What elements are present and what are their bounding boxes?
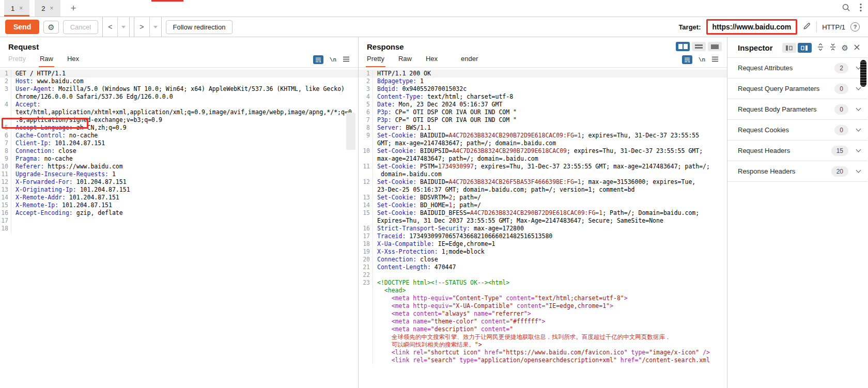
inspector-inline-view-button[interactable] [782,43,796,53]
follow-redirection-button[interactable]: Follow redirection [166,20,233,34]
count-badge: 0 [834,104,848,115]
code-line: 14X-Remote-Addr: 101.204.87.151 [0,194,358,201]
gear-icon[interactable]: ⚙ [842,44,848,52]
close-tab-icon[interactable]: × [19,5,23,12]
code-line: 13Set-Cookie: BDSVRTM=2; path=/ [359,194,727,201]
line-number [359,302,373,310]
search-icon[interactable] [842,3,850,14]
code-line: 16Accept-Encoding: gzip, deflate [0,209,358,217]
tab-render[interactable]: ender [461,55,478,67]
code-line: 8Connection: close [0,147,358,155]
layout-rows-button[interactable] [692,42,706,51]
inspector-section-response-headers[interactable]: Response Headers20 [727,161,867,182]
overflow-menu-icon[interactable] [860,3,862,14]
code-line: <head> [359,287,727,294]
show-linebreaks-icon[interactable]: \n [330,57,336,63]
panel-menu-icon[interactable] [343,56,350,64]
tab-raw[interactable]: Raw [40,55,53,67]
divider [816,21,817,33]
line-number: 5 [359,101,373,108]
section-label: Request Query Parameters [738,85,819,92]
inspector-column-view-button[interactable] [798,43,812,53]
line-number [359,349,373,356]
edit-target-button[interactable] [802,22,811,33]
code-line: 19X-Xss-Protection: 1;mode=block [359,248,727,256]
code-line: 3User-Agent: Mozilla/5.0 (Windows NT 10.… [0,85,358,93]
code-line: 4Content-Type: text/html; charset=utf-8 [359,93,727,101]
repeater-tab-bar: 1 × 2 × + [0,0,868,17]
chevron-down-icon [856,147,861,152]
code-line: 1GET / HTTP/1.1 [0,70,358,77]
repeater-tab-1[interactable]: 1 × [4,0,29,17]
line-number: 8 [359,124,373,132]
repeater-tab-2[interactable]: 2 × [35,0,60,17]
chevron-down-icon [121,26,126,28]
help-icon[interactable]: ? [850,22,860,32]
send-options-button[interactable]: ⚙ [43,21,58,34]
expand-all-icon[interactable] [817,43,824,53]
inspector-section-request-body-parameters[interactable]: Request Body Parameters0 [727,99,867,120]
inspector-section-request-query-parameters[interactable]: Request Query Parameters0 [727,79,867,99]
line-number: 18 [0,225,11,232]
inspector-section-request-cookies[interactable]: Request Cookies0 [727,120,867,141]
code-line: 9Pragma: no-cache [0,155,358,163]
line-number: 1 [359,70,373,77]
line-number: 18 [359,240,373,248]
tab-hex[interactable]: Hex [426,55,438,67]
line-number: 12 [0,178,11,186]
inspector-section-request-attributes[interactable]: Request Attributes2 [727,58,867,79]
code-line: 12Set-Cookie: BAIDUID=A4C7D263B8324CB26F… [359,178,727,186]
code-line: 2Bdpagetype: 1 [359,77,727,85]
add-tab-button[interactable]: + [66,0,82,17]
inspector-scrollbar-thumb[interactable] [860,60,866,87]
code-line: 13X-Originating-Ip: 101.204.87.151 [0,186,358,194]
code-line: max-age=2147483647; path=/; domain=.baid… [359,155,727,163]
repeater-toolbar: Send ⚙ Cancel < > Follow redirection Tar… [0,17,868,37]
http-version-label[interactable]: HTTP/1 [822,23,845,31]
tab-hex[interactable]: Hex [67,55,79,67]
send-button[interactable]: Send [5,20,39,34]
line-number: 8 [0,147,11,155]
collapse-all-icon[interactable] [829,43,836,53]
code-line: 1HTTP/1.1 200 OK [359,70,727,77]
close-icon[interactable] [854,43,860,53]
layout-columns-button[interactable] [676,42,690,51]
code-line: 17 [0,217,358,225]
line-number: 7 [0,139,11,147]
response-editor[interactable]: 1HTTP/1.1 200 OK2Bdpagetype: 13Bdqid: 0x… [359,68,727,379]
request-panel-title: Request [0,37,358,52]
code-line: <meta name="theme-color" content="#fffff… [359,318,727,325]
line-number [359,186,373,194]
line-number: 16 [0,209,11,217]
target-url[interactable]: https://www.baidu.com [712,23,792,31]
line-number: 6 [0,132,11,139]
code-line: 3Bdqid: 0x940552070015032c [359,85,727,93]
inspector-section-request-headers[interactable]: Request Headers15 [727,141,867,161]
show-linebreaks-icon[interactable]: \n [699,57,705,63]
code-line: 21Content-Length: 470447 [359,263,727,271]
word-wrap-icon[interactable] [682,55,692,64]
request-scrollbar[interactable] [346,113,355,150]
code-line: <meta name="description" content=" [359,325,727,333]
line-number [359,318,373,325]
inspector-title: Inspector [738,43,773,52]
request-editor[interactable]: 1GET / HTTP/1.12Host: www.baidu.com3User… [0,68,358,379]
chevron-down-icon [153,26,158,28]
tab-pretty[interactable]: Pretty [8,55,26,67]
count-badge: 0 [834,84,848,94]
line-number: 14 [0,194,11,201]
line-number [359,170,373,178]
word-wrap-icon[interactable] [313,55,323,64]
tab-raw[interactable]: Raw [398,55,412,67]
code-line: text/html,application/xhtml+xml,applicat… [0,108,358,116]
code-line: <meta http-equiv="Content-Type" content=… [359,294,727,302]
tab-pretty[interactable]: Pretty [367,55,384,67]
cancel-button[interactable]: Cancel [63,20,98,34]
line-number [359,294,373,302]
close-tab-icon[interactable]: × [50,5,53,12]
panel-menu-icon[interactable] [711,56,719,64]
code-line: GMT; max-age=2147483647; path=/; domain=… [359,139,727,147]
code-line: 7P3p: CP=" OTI DSP COR IVA OUR IND COM " [359,116,727,124]
target-label: Target: [678,23,701,31]
layout-single-button[interactable] [708,42,722,51]
